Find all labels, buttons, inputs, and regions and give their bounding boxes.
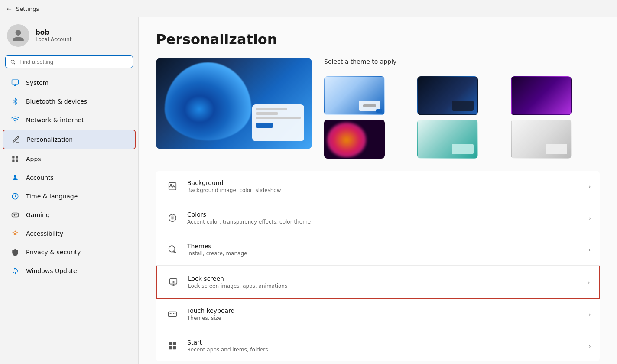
colors-text: Colors Accent color, transparency effect…: [187, 211, 588, 225]
personalization-label: Personalization: [27, 136, 73, 143]
lock-screen-desc: Lock screen images, apps, animations: [188, 283, 588, 289]
personalization-icon: [11, 135, 21, 144]
settings-item-background[interactable]: Background Background image, color, slid…: [156, 171, 600, 202]
settings-item-colors[interactable]: Colors Accent color, transparency effect…: [156, 202, 600, 234]
touch-keyboard-title: Touch keyboard: [187, 307, 588, 314]
current-theme-preview: [156, 58, 312, 149]
theme-thumb-4[interactable]: [324, 120, 385, 159]
themes-text: Themes Install, create, manage: [187, 243, 588, 257]
colors-icon: [165, 210, 180, 226]
touch-keyboard-chevron: ›: [588, 310, 591, 318]
svg-rect-18: [173, 342, 176, 345]
start-text: Start Recent apps and items, folders: [187, 339, 588, 353]
svg-rect-4: [16, 160, 18, 162]
app-window: ← Settings bob Local Account: [0, 0, 617, 364]
sidebar-item-accounts[interactable]: Accounts: [3, 169, 136, 187]
apps-label: Apps: [26, 156, 41, 162]
gaming-icon: [10, 210, 20, 220]
svg-point-12: [171, 217, 174, 219]
page-title: Personalization: [156, 31, 600, 48]
colors-title: Colors: [187, 211, 588, 218]
time-icon: [10, 192, 20, 201]
sidebar-item-time[interactable]: Time & language: [3, 187, 136, 205]
background-desc: Background image, color, slideshow: [187, 187, 588, 193]
svg-rect-1: [12, 156, 14, 158]
windows-update-label: Windows Update: [26, 267, 77, 274]
search-box[interactable]: [5, 55, 133, 68]
theme-chooser: Select a theme to apply: [324, 58, 600, 159]
settings-item-lock-screen[interactable]: Lock screen Lock screen images, apps, an…: [156, 266, 600, 299]
system-icon: [10, 78, 20, 88]
privacy-label: Privacy & security: [26, 249, 81, 256]
sidebar-item-bluetooth[interactable]: Bluetooth & devices: [3, 92, 136, 110]
svg-point-5: [14, 175, 16, 178]
theme-thumb-3[interactable]: [511, 76, 572, 115]
preview-line-3: [256, 117, 301, 119]
accessibility-label: Accessibility: [26, 230, 63, 237]
start-icon: [165, 338, 180, 354]
sidebar-item-gaming[interactable]: Gaming: [3, 206, 136, 224]
settings-item-touch-keyboard[interactable]: Touch keyboard Themes, size ›: [156, 299, 600, 330]
bluetooth-icon: [10, 97, 20, 106]
theme-thumb-5[interactable]: [417, 120, 478, 159]
username: bob: [36, 29, 71, 36]
account-type: Local Account: [36, 36, 71, 42]
settings-item-start[interactable]: Start Recent apps and items, folders ›: [156, 330, 600, 361]
lock-screen-title: Lock screen: [188, 275, 588, 282]
lock-screen-chevron: ›: [588, 278, 590, 286]
lock-screen-text: Lock screen Lock screen images, apps, an…: [188, 275, 588, 289]
svg-rect-20: [173, 346, 176, 349]
colors-desc: Accent color, transparency effects, colo…: [187, 219, 588, 225]
svg-rect-2: [16, 156, 18, 158]
sidebar-item-windows-update[interactable]: Windows Update: [3, 262, 136, 280]
background-chevron: ›: [588, 182, 591, 191]
time-label: Time & language: [26, 193, 78, 200]
colors-chevron: ›: [588, 214, 591, 222]
theme-thumb-1[interactable]: [324, 76, 385, 115]
background-icon: [165, 179, 180, 194]
preview-button: [256, 123, 273, 128]
accounts-label: Accounts: [26, 174, 54, 181]
accounts-icon: [10, 173, 20, 182]
start-title: Start: [187, 339, 588, 346]
sidebar-item-accessibility[interactable]: Accessibility: [3, 224, 136, 243]
network-label: Network & internet: [26, 117, 84, 124]
sidebar-item-privacy[interactable]: Privacy & security: [3, 243, 136, 261]
preview-flower: [165, 62, 251, 140]
sidebar-item-apps[interactable]: Apps: [3, 150, 136, 168]
network-icon: [10, 115, 20, 125]
theme-grid: [324, 76, 600, 159]
sidebar: bob Local Account System: [0, 17, 139, 364]
svg-rect-17: [169, 342, 172, 345]
settings-list: Background Background image, color, slid…: [156, 171, 600, 361]
settings-item-themes[interactable]: Themes Install, create, manage ›: [156, 234, 600, 266]
start-chevron: ›: [588, 342, 591, 350]
gaming-label: Gaming: [26, 211, 50, 218]
svg-point-10: [170, 184, 172, 185]
sidebar-item-system[interactable]: System: [3, 74, 136, 92]
content-area: bob Local Account System: [0, 17, 617, 364]
main-content: Personalization: [139, 17, 617, 364]
avatar: [7, 24, 29, 47]
theme-thumb-2[interactable]: [417, 76, 478, 115]
app-title: Settings: [16, 6, 39, 12]
preview-line-1: [256, 108, 287, 110]
back-button[interactable]: ←: [7, 6, 12, 12]
theme-thumb-6[interactable]: [511, 120, 572, 159]
search-input[interactable]: [19, 58, 128, 65]
user-profile[interactable]: bob Local Account: [0, 17, 138, 54]
sidebar-item-network[interactable]: Network & internet: [3, 111, 136, 129]
touch-keyboard-desc: Themes, size: [187, 315, 588, 321]
preview-window: [252, 104, 304, 141]
search-icon: [10, 59, 16, 65]
titlebar: ← Settings: [0, 0, 617, 17]
theme-section: Select a theme to apply: [156, 58, 600, 159]
background-text: Background Background image, color, slid…: [187, 179, 588, 193]
sidebar-item-personalization[interactable]: Personalization: [3, 130, 136, 150]
bluetooth-label: Bluetooth & devices: [26, 98, 87, 105]
svg-rect-16: [169, 312, 176, 317]
theme-section-label: Select a theme to apply: [324, 58, 600, 65]
accessibility-icon: [10, 229, 20, 238]
theme-preview-area: Select a theme to apply: [156, 58, 600, 159]
touch-keyboard-text: Touch keyboard Themes, size: [187, 307, 588, 321]
